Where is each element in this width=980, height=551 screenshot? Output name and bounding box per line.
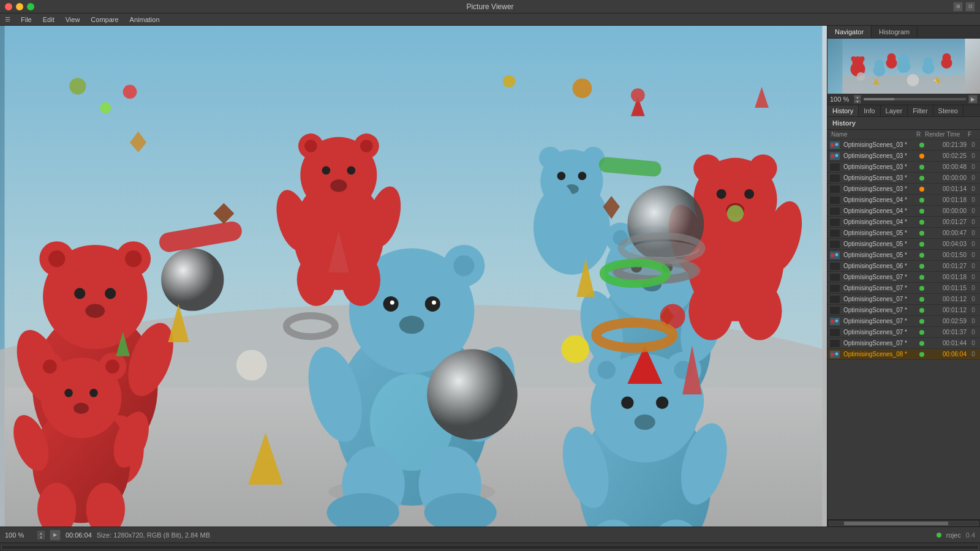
zoom-down-btn[interactable]: ▼	[854, 99, 861, 103]
row-name: OptimisingScenes_05 *	[842, 252, 918, 258]
app-menu-icon[interactable]: ☰	[2, 15, 12, 24]
history-row[interactable]: OptimisingScenes_03 *00:00:000	[827, 173, 980, 184]
row-thumbnail	[830, 340, 840, 347]
col-name: Name	[831, 131, 916, 138]
row-render-time: 00:01:12	[926, 296, 969, 302]
history-tabs: History Info Layer Filter Stereo	[827, 105, 980, 117]
row-status-dot	[919, 198, 924, 203]
row-status-dot	[919, 341, 924, 346]
titlebar: Picture Viewer ⊞ ⊡	[0, 0, 980, 13]
menu-view[interactable]: View	[61, 13, 85, 26]
fullscreen-icon[interactable]: ⊡	[965, 2, 975, 12]
zoom-stepper[interactable]: ▲ ▼	[854, 95, 861, 103]
history-row[interactable]: OptimisingScenes_07 *00:01:180	[827, 272, 980, 283]
svg-point-147	[860, 56, 865, 61]
history-row[interactable]: OptimisingScenes_07 *00:01:150	[827, 283, 980, 294]
panel-toggle-icon[interactable]: ⊞	[953, 2, 963, 12]
maximize-button[interactable]	[27, 3, 34, 10]
status-zoom-down[interactable]: ▼	[37, 535, 45, 539]
svg-point-56	[330, 179, 347, 192]
status-zoom-up[interactable]: ▲	[37, 531, 45, 535]
history-row[interactable]: OptimisingScenes_04 *00:01:270	[827, 217, 980, 228]
history-row[interactable]: OptimisingScenes_05 *00:04:030	[827, 239, 980, 250]
history-columns: Name R Render Time F	[827, 130, 980, 140]
tab-histogram[interactable]: Histogram	[872, 26, 918, 38]
svg-point-135	[100, 102, 111, 113]
history-row[interactable]: OptimisingScenes_06 *00:01:270	[827, 261, 980, 272]
row-render-time: 00:00:47	[926, 230, 969, 236]
svg-point-101	[717, 189, 726, 199]
row-flag: 0	[969, 329, 978, 335]
row-status-dot	[919, 275, 924, 280]
tab-filter[interactable]: Filter	[908, 105, 933, 116]
canvas-area[interactable]	[0, 26, 827, 527]
tab-history[interactable]: History	[827, 105, 859, 116]
row-name: OptimisingScenes_07 *	[842, 307, 918, 313]
menu-compare[interactable]: Compare	[86, 13, 123, 26]
status-zoom-stepper[interactable]: ▲ ▼	[37, 531, 45, 539]
tab-layer[interactable]: Layer	[881, 105, 908, 116]
minimize-button[interactable]	[16, 3, 23, 10]
zoom-max-btn[interactable]: ▶	[968, 95, 978, 103]
row-status-dot	[919, 242, 924, 247]
svg-point-41	[399, 316, 424, 334]
zoom-up-btn[interactable]: ▲	[854, 95, 861, 99]
row-name: OptimisingScenes_03 *	[842, 186, 918, 192]
col-r: R	[916, 131, 925, 138]
history-row[interactable]: OptimisingScenes_07 *00:01:120	[827, 294, 980, 305]
svg-point-159	[857, 72, 865, 81]
svg-point-79	[578, 172, 587, 181]
row-thumbnail	[830, 318, 840, 325]
menu-edit[interactable]: Edit	[38, 13, 59, 26]
history-row[interactable]: OptimisingScenes_03 *00:21:390	[827, 140, 980, 151]
history-row[interactable]: OptimisingScenes_04 *00:00:000	[827, 206, 980, 217]
main-content: Navigator Histogram	[0, 26, 980, 527]
menu-file[interactable]: File	[16, 13, 37, 26]
history-h-scrollbar[interactable]	[827, 519, 980, 527]
history-row[interactable]: OptimisingScenes_03 *00:00:480	[827, 162, 980, 173]
tab-stereo[interactable]: Stereo	[933, 105, 963, 116]
svg-point-153	[899, 54, 910, 65]
zoom-slider-fill	[864, 98, 894, 100]
row-name: OptimisingScenes_03 *	[842, 174, 918, 181]
svg-point-164	[831, 143, 834, 147]
h-scrollbar-track[interactable]	[829, 521, 979, 526]
history-row[interactable]: OptimisingScenes_05 *00:01:500	[827, 250, 980, 261]
tab-info[interactable]: Info	[859, 105, 880, 116]
row-status-dot	[919, 297, 924, 302]
svg-point-112	[561, 335, 589, 363]
history-row[interactable]: OptimisingScenes_08 *00:06:040	[827, 349, 980, 360]
svg-point-53	[360, 140, 372, 152]
row-flag: 0	[969, 274, 978, 280]
history-list[interactable]: OptimisingScenes_03 *00:21:390Optimising…	[827, 140, 980, 519]
history-row[interactable]: OptimisingScenes_07 *00:02:590	[827, 316, 980, 327]
tab-navigator[interactable]: Navigator	[827, 26, 872, 38]
history-row[interactable]: OptimisingScenes_07 *00:01:370	[827, 327, 980, 338]
svg-point-133	[573, 78, 592, 98]
svg-point-106	[688, 282, 733, 340]
svg-point-137	[503, 75, 515, 88]
svg-point-132	[123, 85, 137, 99]
svg-point-86	[598, 361, 616, 380]
bottom-scroll-track[interactable]	[1, 545, 979, 550]
zoom-slider[interactable]	[864, 98, 966, 100]
history-row[interactable]: OptimisingScenes_03 *00:01:140	[827, 184, 980, 195]
row-thumbnail	[830, 186, 840, 193]
row-name: OptimisingScenes_07 *	[842, 340, 918, 347]
history-row[interactable]: OptimisingScenes_07 *00:01:440	[827, 338, 980, 349]
menu-animation[interactable]: Animation	[125, 13, 165, 26]
play-button[interactable]: ▶	[50, 530, 61, 541]
row-flag: 0	[969, 252, 978, 258]
row-name: OptimisingScenes_07 *	[842, 329, 918, 335]
svg-point-100	[749, 154, 777, 182]
close-button[interactable]	[5, 3, 12, 10]
history-row[interactable]: OptimisingScenes_05 *00:00:470	[827, 228, 980, 239]
status-zoom: 100 %	[5, 531, 32, 539]
svg-point-60	[341, 253, 380, 306]
row-flag: 0	[969, 152, 978, 159]
history-row[interactable]: OptimisingScenes_07 *00:01:120	[827, 305, 980, 316]
history-row[interactable]: OptimisingScenes_04 *00:01:180	[827, 195, 980, 206]
row-thumbnail	[830, 197, 840, 204]
history-row[interactable]: OptimisingScenes_03 *00:02:250	[827, 151, 980, 162]
row-name: OptimisingScenes_07 *	[842, 318, 918, 324]
